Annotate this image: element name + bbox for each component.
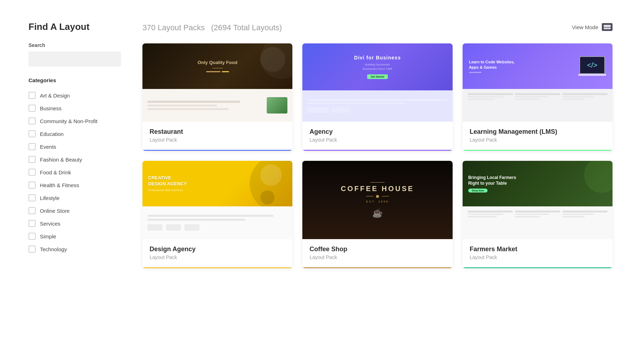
view-mode-toggle[interactable]: View Mode [572, 23, 613, 31]
card-coffee-shop-info: Coffee Shop Layout Pack [302, 239, 452, 268]
card-design-agency-type: Layout Pack [150, 254, 285, 260]
sidebar-item-lifestyle[interactable]: Lifestyle [28, 191, 121, 204]
card-farmers-market-type: Layout Pack [470, 254, 605, 260]
category-name-lifestyle: Lifestyle [40, 195, 59, 201]
card-design-agency-name: Design Agency [150, 246, 285, 253]
category-checkbox-business[interactable] [28, 105, 36, 112]
sidebar-item-food-drink[interactable]: Food & Drink [28, 166, 121, 179]
card-coffee-shop[interactable]: COFFEE HOUSE Est. 1990 ☕ Coffee Shop Lay… [302, 161, 452, 268]
card-coffee-shop-image: COFFEE HOUSE Est. 1990 ☕ [302, 161, 452, 239]
category-name-fashion-beauty: Fashion & Beauty [40, 157, 82, 163]
sidebar-item-community-nonprofit[interactable]: Community & Non-Profit [28, 115, 121, 127]
card-design-agency[interactable]: CREATIVEDESIGN AGENCY Professional Web S… [142, 161, 292, 268]
main-header: 370 Layout Packs (2694 Total Layouts) Vi… [142, 21, 613, 33]
card-restaurant-name: Restaurant [150, 128, 285, 136]
card-farmers-market-info: Farmers Market Layout Pack [463, 239, 613, 268]
category-name-education: Education [40, 131, 64, 137]
card-lms-image: Learn to Code Websites,Apps & Games </> [463, 43, 613, 122]
category-name-simple: Simple [40, 233, 56, 239]
layout-grid: Only Quality Food [142, 43, 613, 268]
categories-list: Art & Design Business Community & Non-Pr… [28, 89, 121, 255]
layout-count: 370 Layout Packs [142, 23, 205, 32]
category-name-services: Services [40, 221, 61, 227]
category-name-food-drink: Food & Drink [40, 169, 71, 175]
sidebar-item-education[interactable]: Education [28, 127, 121, 140]
category-checkbox-fashion-beauty[interactable] [28, 156, 36, 163]
sidebar-item-art-design[interactable]: Art & Design [28, 89, 121, 102]
view-mode-label: View Mode [572, 24, 598, 30]
card-lms[interactable]: Learn to Code Websites,Apps & Games </> [463, 43, 613, 151]
search-input[interactable] [28, 52, 121, 67]
card-lms-info: Learning Management (LMS) Layout Pack [463, 122, 613, 151]
sidebar-item-business[interactable]: Business [28, 102, 121, 115]
card-agency-name: Agency [309, 128, 445, 136]
category-name-art-design: Art & Design [40, 93, 70, 99]
main-content: 370 Layout Packs (2694 Total Layouts) Vi… [142, 21, 613, 268]
category-name-technology: Technology [40, 246, 67, 252]
category-checkbox-lifestyle[interactable] [28, 194, 36, 201]
category-name-community-nonprofit: Community & Non-Profit [40, 118, 98, 124]
card-coffee-shop-type: Layout Pack [309, 254, 445, 260]
card-agency-type: Layout Pack [309, 137, 445, 143]
category-checkbox-services[interactable] [28, 220, 36, 227]
card-lms-type: Layout Pack [470, 137, 605, 143]
card-agency-info: Agency Layout Pack [302, 122, 452, 151]
category-checkbox-online-store[interactable] [28, 207, 36, 214]
category-checkbox-art-design[interactable] [28, 92, 36, 99]
category-checkbox-community-nonprofit[interactable] [28, 117, 36, 125]
card-farmers-market-image: Bringing Local FarmersRight to your Tabl… [463, 161, 613, 239]
total-layouts: (2694 Total Layouts) [211, 23, 282, 32]
card-restaurant-type: Layout Pack [150, 137, 285, 143]
sidebar-item-fashion-beauty[interactable]: Fashion & Beauty [28, 153, 121, 166]
sidebar: Find A Layout Search Categories Art & De… [28, 21, 121, 268]
sidebar-item-online-store[interactable]: Online Store [28, 204, 121, 217]
search-label: Search [28, 42, 121, 48]
card-restaurant-image: Only Quality Food [142, 43, 292, 122]
category-checkbox-events[interactable] [28, 143, 36, 150]
category-name-business: Business [40, 105, 62, 111]
card-coffee-shop-name: Coffee Shop [309, 246, 445, 253]
category-checkbox-technology[interactable] [28, 246, 36, 253]
sidebar-item-technology[interactable]: Technology [28, 243, 121, 255]
card-design-agency-image: CREATIVEDESIGN AGENCY Professional Web S… [142, 161, 292, 239]
sidebar-title: Find A Layout [28, 21, 121, 32]
card-agency[interactable]: Divi for Business Building SuccessfulBus… [302, 43, 452, 151]
card-lms-name: Learning Management (LMS) [470, 128, 605, 136]
category-name-online-store: Online Store [40, 208, 69, 214]
layout-packs-title: 370 Layout Packs (2694 Total Layouts) [142, 21, 282, 33]
card-design-agency-info: Design Agency Layout Pack [142, 239, 292, 268]
category-checkbox-simple[interactable] [28, 233, 36, 240]
card-agency-image: Divi for Business Building SuccessfulBus… [302, 43, 452, 122]
card-farmers-market-name: Farmers Market [470, 246, 605, 253]
category-checkbox-health-fitness[interactable] [28, 181, 36, 189]
card-restaurant-info: Restaurant Layout Pack [142, 122, 292, 151]
view-mode-icon[interactable] [602, 23, 613, 31]
card-farmers-market[interactable]: Bringing Local FarmersRight to your Tabl… [463, 161, 613, 268]
sidebar-item-services[interactable]: Services [28, 217, 121, 230]
category-checkbox-education[interactable] [28, 130, 36, 137]
card-restaurant[interactable]: Only Quality Food [142, 43, 292, 151]
category-checkbox-food-drink[interactable] [28, 169, 36, 176]
sidebar-item-events[interactable]: Events [28, 140, 121, 153]
sidebar-item-simple[interactable]: Simple [28, 230, 121, 243]
category-name-health-fitness: Health & Fitness [40, 182, 79, 188]
sidebar-item-health-fitness[interactable]: Health & Fitness [28, 179, 121, 191]
categories-label: Categories [28, 77, 121, 83]
category-name-events: Events [40, 144, 56, 150]
